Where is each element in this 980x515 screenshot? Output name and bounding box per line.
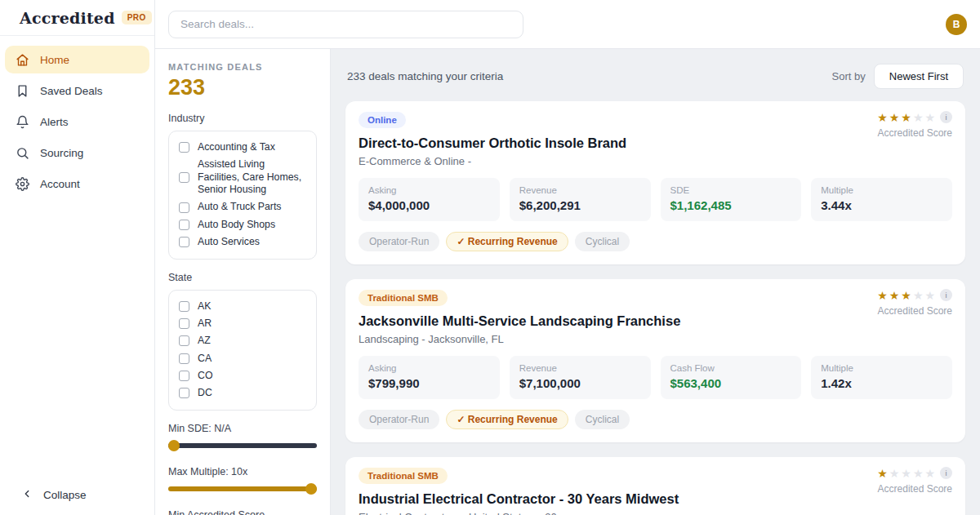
deal-category-badge: Online (359, 112, 406, 128)
deal-tag: Cyclical (575, 232, 630, 251)
state-option[interactable]: AK (179, 298, 306, 315)
sidebar: Accredited PRO HomeSaved DealsAlertsSour… (0, 0, 155, 515)
sidebar-item-alerts[interactable]: Alerts (5, 108, 149, 135)
stat-label: Asking (368, 185, 490, 195)
star-icon: ★ (889, 468, 900, 479)
info-icon[interactable]: i (940, 467, 952, 479)
checkbox[interactable] (179, 335, 189, 346)
deal-card[interactable]: Traditional SMB Jacksonville Multi-Servi… (345, 279, 965, 442)
state-option[interactable]: AR (179, 315, 306, 332)
sidebar-item-saved-deals[interactable]: Saved Deals (5, 77, 149, 104)
app-root: Accredited PRO HomeSaved DealsAlertsSour… (0, 0, 980, 515)
avatar[interactable]: B (946, 14, 967, 35)
results-header: 233 deals matching your criteria Sort by… (347, 64, 964, 89)
checkbox[interactable] (179, 220, 189, 230)
checkbox[interactable] (179, 371, 189, 381)
stat-label: Cash Flow (670, 363, 792, 373)
stat-label: Revenue (519, 363, 641, 373)
star-icon: ★ (877, 468, 888, 479)
chevron-left-icon (21, 488, 33, 502)
stat-box: Multiple3.44x (811, 178, 952, 221)
stat-value: $4,000,000 (368, 198, 490, 212)
stat-label: Multiple (821, 363, 942, 373)
min-sde-slider-thumb[interactable] (168, 440, 180, 451)
star-icon: ★ (901, 112, 911, 123)
filters-panel: MATCHING DEALS 233 Industry Accounting &… (155, 49, 331, 515)
star-icon: ★ (877, 112, 888, 123)
state-option[interactable]: CA (179, 350, 306, 367)
deal-tag: Cyclical (575, 410, 630, 429)
state-option-label: CO (198, 370, 212, 382)
deal-subtitle: Electrical Contractors - United States, … (359, 511, 952, 515)
star-icon: ★ (889, 290, 900, 301)
collapse-button[interactable]: Collapse (0, 488, 154, 515)
checkbox[interactable] (179, 301, 189, 312)
star-rating: ★★★★★i (877, 111, 952, 123)
state-option[interactable]: AZ (179, 332, 306, 349)
stat-value: 1.42x (821, 376, 942, 390)
brand-logo: Accredited (20, 9, 115, 27)
stat-value: $6,200,291 (519, 198, 641, 212)
checkbox[interactable] (179, 237, 189, 247)
industry-filter-label: Industry (168, 113, 317, 124)
deal-card[interactable]: Traditional SMB Industrial Electrical Co… (345, 457, 965, 515)
deal-tags: Operator-Run✓ Recurring RevenueCyclical (359, 410, 952, 429)
state-option-label: CA (198, 353, 212, 365)
results-summary: 233 deals matching your criteria (347, 70, 503, 82)
deal-subtitle: Landscaping - Jacksonville, FL (359, 333, 952, 345)
industry-option[interactable]: Auto & Truck Parts (179, 198, 306, 215)
accredited-score-caption: Accredited Score (877, 483, 952, 495)
info-icon[interactable]: i (940, 111, 952, 123)
deal-stats: Asking$799,990Revenue$7,100,000Cash Flow… (359, 356, 952, 399)
sort-select[interactable]: Newest First (874, 64, 964, 89)
checkbox[interactable] (179, 388, 189, 398)
sidebar-item-sourcing[interactable]: Sourcing (5, 139, 149, 166)
deal-tag: Operator-Run (359, 232, 439, 251)
min-sde-slider[interactable] (168, 443, 317, 448)
industry-option-label: Assisted Living Facilities, Care Homes, … (198, 158, 306, 196)
industry-option-label: Accounting & Tax (198, 141, 275, 153)
state-options: AKARAZCACODC (168, 290, 317, 411)
deal-tag: ✓ Recurring Revenue (446, 410, 568, 429)
checkbox[interactable] (179, 202, 189, 213)
industry-option[interactable]: Auto Body Shops (179, 216, 306, 233)
accredited-score-caption: Accredited Score (877, 305, 952, 317)
stat-box: Multiple1.42x (811, 356, 952, 399)
star-icon: ★ (901, 468, 911, 479)
state-option[interactable]: DC (179, 384, 306, 402)
checkbox[interactable] (179, 172, 189, 183)
deal-title: Jacksonville Multi-Service Landscaping F… (359, 313, 952, 329)
industry-option[interactable]: Assisted Living Facilities, Care Homes, … (179, 156, 306, 198)
sidebar-header: Accredited PRO (0, 0, 154, 36)
deal-card[interactable]: Online Direct-to-Consumer Orthotic Insol… (345, 101, 965, 264)
home-icon (16, 53, 29, 67)
star-icon: ★ (877, 290, 888, 301)
star-icon: ★ (913, 290, 924, 301)
stat-value: 3.44x (821, 198, 942, 212)
sidebar-item-home[interactable]: Home (5, 46, 149, 73)
sidebar-nav: HomeSaved DealsAlertsSourcingAccount (0, 36, 154, 488)
search-icon (16, 146, 29, 160)
industry-option-label: Auto Body Shops (198, 219, 275, 231)
stat-label: Revenue (519, 185, 641, 195)
checkbox[interactable] (179, 318, 189, 329)
industry-options: Accounting & TaxAssisted Living Faciliti… (168, 131, 317, 260)
industry-option[interactable]: Auto Services (179, 233, 306, 251)
stat-value: $7,100,000 (519, 376, 641, 390)
stat-box: SDE$1,162,485 (661, 178, 802, 221)
industry-option[interactable]: Accounting & Tax (179, 139, 306, 156)
info-icon[interactable]: i (940, 289, 952, 301)
state-option[interactable]: CO (179, 367, 306, 384)
sidebar-item-account[interactable]: Account (5, 170, 149, 198)
star-icon: ★ (901, 290, 911, 301)
checkbox[interactable] (179, 353, 189, 364)
deal-list: Online Direct-to-Consumer Orthotic Insol… (345, 101, 965, 515)
star-icon: ★ (913, 468, 924, 479)
deal-tags: Operator-Run✓ Recurring RevenueCyclical (359, 232, 952, 251)
search-input[interactable] (168, 11, 523, 38)
max-multiple-slider[interactable] (168, 486, 317, 491)
accredited-score-block: ★★★★★i Accredited Score (877, 289, 952, 317)
sidebar-item-label: Account (40, 178, 80, 190)
checkbox[interactable] (179, 142, 189, 153)
max-multiple-slider-thumb[interactable] (305, 483, 317, 495)
